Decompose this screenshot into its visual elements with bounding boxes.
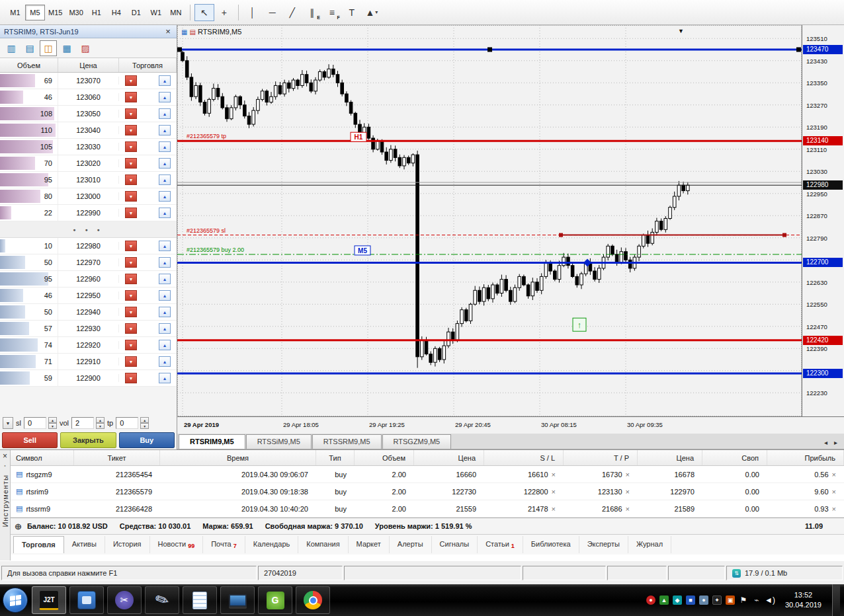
remove-tp-icon[interactable]: × (626, 471, 630, 479)
timeframe-m5[interactable]: M5 (25, 5, 45, 20)
chart-tab-0[interactable]: RTSRIM9,M5 (179, 434, 245, 449)
timeframe-h4[interactable]: H4 (106, 5, 126, 20)
close-icon[interactable]: × (163, 26, 173, 36)
sl-up-button[interactable]: ▲ (48, 417, 57, 423)
chart-tab-3[interactable]: RTSGZM9,M5 (382, 434, 452, 449)
quick-sell-button[interactable]: ▾ (125, 307, 137, 317)
remove-sl-icon[interactable]: × (552, 488, 556, 496)
chart-tab-1[interactable]: RTSSiM9,M5 (246, 434, 312, 449)
column-header-price[interactable]: Цена (58, 58, 119, 72)
taskbar-app-chrome[interactable] (296, 586, 330, 614)
power-plug-icon[interactable]: ⌁ (752, 596, 761, 605)
cursor-tool-icon[interactable]: ↖ (194, 4, 214, 21)
tray-icon-5[interactable]: ● (699, 596, 708, 605)
quick-buy-button[interactable]: ▴ (159, 141, 171, 152)
tp-down-button[interactable]: ▼ (140, 423, 149, 429)
quick-buy-button[interactable]: ▴ (159, 241, 171, 251)
close-position-icon[interactable]: × (832, 488, 836, 496)
quick-buy-button[interactable]: ▴ (159, 307, 171, 317)
toolbox-tab-9[interactable]: Сигналы (432, 536, 478, 553)
quick-buy-button[interactable]: ▴ (159, 108, 171, 119)
column-header-3[interactable]: Тип (316, 450, 355, 465)
quick-buy-button[interactable]: ▴ (159, 257, 171, 268)
quick-buy-button[interactable]: ▴ (159, 125, 171, 135)
quick-sell-button[interactable]: ▾ (125, 373, 137, 383)
column-header-7[interactable]: T / P (564, 450, 638, 465)
time-sales-icon[interactable]: ▤ (21, 40, 38, 56)
timeframe-mn[interactable]: MN (166, 5, 186, 20)
vol-up-button[interactable]: ▲ (96, 417, 105, 423)
quick-sell-button[interactable]: ▾ (125, 208, 137, 218)
taskbar-app-computer[interactable] (220, 586, 255, 614)
sell-button[interactable]: Sell (2, 432, 58, 448)
vol-input[interactable]: 2 (71, 417, 94, 429)
buy-button[interactable]: Buy (119, 432, 175, 448)
sl-down-button[interactable]: ▼ (48, 423, 57, 429)
tp-input[interactable]: 0 (116, 417, 138, 429)
taskbar-app-j2t[interactable]: J2T (32, 586, 66, 614)
quick-sell-button[interactable]: ▾ (125, 356, 137, 367)
quick-buy-button[interactable]: ▴ (159, 208, 171, 218)
toolbox-tab-1[interactable]: Активы (64, 536, 105, 553)
taskbar-app-snipping[interactable]: ✂ (107, 586, 142, 614)
column-header-2[interactable]: Время (160, 450, 316, 465)
quick-buy-button[interactable]: ▴ (159, 158, 171, 169)
column-header-5[interactable]: Цена (414, 450, 484, 465)
vertical-line-tool-icon[interactable]: │ (243, 4, 263, 21)
tray-icon-3[interactable]: ◆ (673, 596, 682, 605)
toolbox-tab-13[interactable]: Журнал (628, 536, 671, 553)
chart-window[interactable]: #212365579 tp#212365579 sl#212365579 buy… (177, 25, 844, 434)
timeframe-w1[interactable]: W1 (146, 5, 166, 20)
toolbox-tab-2[interactable]: История (105, 536, 150, 553)
toolbox-tab-8[interactable]: Алерты (390, 536, 432, 553)
quick-buy-button[interactable]: ▴ (159, 373, 171, 383)
orders-book-icon[interactable]: ▦ (58, 40, 75, 56)
volume-profile-icon[interactable]: ▨ (77, 40, 94, 56)
sl-input[interactable]: 0 (24, 417, 46, 429)
price-axis[interactable]: 1235101234301233501232701231901231101230… (802, 25, 844, 416)
show-desktop-button[interactable] (832, 584, 840, 616)
quick-buy-button[interactable]: ▴ (159, 274, 171, 284)
action-center-flag-icon[interactable]: ⚑ (739, 596, 748, 605)
tabs-scroll-left-icon[interactable]: ◂ (824, 439, 827, 446)
quick-buy-button[interactable]: ▴ (159, 191, 171, 202)
quick-sell-button[interactable]: ▾ (125, 323, 137, 334)
chart-tab-2[interactable]: RTSSRM9,M5 (312, 434, 382, 449)
dropdown-arrow-icon[interactable]: ▾ (375, 9, 378, 15)
quick-sell-button[interactable]: ▾ (125, 158, 137, 169)
taskbar-clock[interactable]: 13:52 30.04.2019 (779, 590, 828, 610)
taskbar-app-greenshot[interactable]: G (258, 586, 292, 614)
quick-sell-button[interactable]: ▾ (125, 108, 137, 119)
start-button[interactable] (3, 588, 28, 613)
depth-chart-icon[interactable]: ▥ (3, 40, 20, 56)
quick-buy-button[interactable]: ▴ (159, 75, 171, 86)
remove-tp-icon[interactable]: × (626, 505, 630, 513)
taskbar-app-notepad[interactable] (183, 586, 217, 614)
toolbox-tab-10[interactable]: Статьи1 (478, 536, 523, 553)
column-header-volume[interactable]: Объем (0, 58, 58, 72)
quick-sell-button[interactable]: ▾ (125, 241, 137, 251)
timeframe-m30[interactable]: M30 (65, 5, 86, 20)
toolbox-tab-6[interactable]: Компания (298, 536, 348, 553)
close-icon[interactable]: × (3, 451, 7, 461)
shapes-tool-icon[interactable]: ▲▾ (362, 4, 382, 21)
order-type-dropdown[interactable]: ▼ (3, 417, 13, 429)
quick-sell-button[interactable]: ▾ (125, 141, 137, 152)
taskbar-app-feather[interactable]: ✎ (145, 586, 179, 614)
column-header-9[interactable]: Своп (702, 450, 767, 465)
close-order-button[interactable]: Закрыть (60, 432, 116, 448)
toolbox-tab-12[interactable]: Эксперты (579, 536, 628, 553)
candlestick-chart[interactable]: #212365579 tp#212365579 sl#212365579 buy… (177, 25, 802, 416)
column-header-0[interactable]: Символ (11, 450, 74, 465)
tp-up-button[interactable]: ▲ (140, 417, 149, 423)
position-row[interactable]: ▤rtsrim92123655792019.04.30 09:18:38buy2… (11, 483, 844, 500)
timeframe-h1[interactable]: H1 (87, 5, 106, 20)
position-row[interactable]: ▤rtsgzm92123654542019.04.30 09:06:07buy2… (11, 466, 844, 483)
column-header-8[interactable]: Цена (638, 450, 702, 465)
quick-sell-button[interactable]: ▾ (125, 92, 137, 102)
volume-icon[interactable]: ◄) (765, 596, 775, 605)
tray-icon-4[interactable]: ■ (686, 596, 695, 605)
position-row[interactable]: ▤rtssrm92123664282019.04.30 10:40:20buy2… (11, 500, 844, 518)
tray-icon-2[interactable]: ▲ (659, 596, 669, 605)
remove-sl-icon[interactable]: × (552, 505, 556, 513)
